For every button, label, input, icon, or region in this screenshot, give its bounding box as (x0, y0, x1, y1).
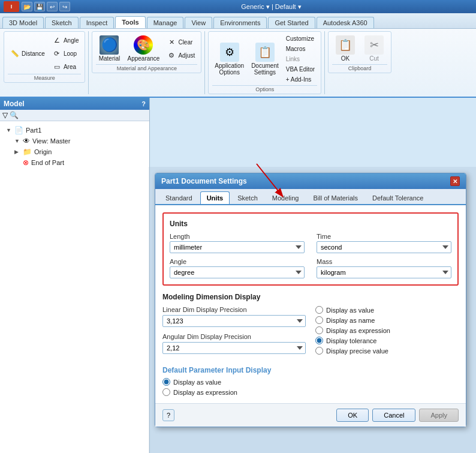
add-ins-button[interactable]: + Add-Ins (284, 75, 317, 84)
radio-param-expression[interactable]: Display as expression (162, 388, 459, 396)
cut-button[interactable]: ✂ Cut (361, 34, 387, 63)
dialog-footer: ? OK Cancel Apply (155, 403, 466, 427)
panel-help-icon[interactable]: ? (141, 100, 146, 107)
distance-button[interactable]: 📏 Distance (8, 47, 47, 59)
clear-icon: ✕ (167, 37, 176, 47)
dialog-tab-bar: Standard Units Sketch Modeling Bill of M… (155, 189, 466, 205)
main-area: Model ? ▽ 🔍 ▼ 📄 Part1 ▼ 👁 View: Master ▶ (0, 98, 476, 453)
tab-3dmodel[interactable]: 3D Model (2, 17, 44, 28)
precision-col: Linear Dim Display Precision 3,123 2,12 … (162, 306, 306, 360)
radio-display-value[interactable]: Display as value (315, 306, 459, 314)
dialog-overlay: Part1 Document Settings ✕ Standard Units… (149, 167, 476, 453)
document-settings-dialog: Part1 Document Settings ✕ Standard Units… (155, 173, 466, 427)
adjust-button[interactable]: ⚙ Adjust (164, 49, 197, 61)
dialog-tab-units[interactable]: Units (200, 191, 230, 204)
tree-item-view-master[interactable]: ▼ 👁 View: Master (12, 136, 146, 146)
tab-a360[interactable]: Autodesk A360 (317, 17, 374, 28)
ribbon-content: 📏 Distance ∠ Angle ⟳ Loop ▭ Area Measure (0, 29, 476, 98)
default-param-title: Default Parameter Input Display (162, 366, 459, 374)
dialog-title-bar: Part1 Document Settings ✕ (155, 173, 466, 189)
links-button[interactable]: Links (284, 55, 317, 64)
mass-select[interactable]: kilogram gram pound ounce (317, 266, 451, 278)
tree-item-part1[interactable]: ▼ 📄 Part1 (4, 125, 146, 136)
time-label: Time (317, 233, 451, 240)
tree-label-part1: Part1 (26, 127, 41, 134)
angle-button[interactable]: ∠ Angle (50, 34, 82, 46)
tab-manage[interactable]: Manage (147, 17, 184, 28)
tab-view[interactable]: View (185, 17, 212, 28)
radio-display-precise[interactable]: Display precise value (315, 347, 459, 355)
dialog-tab-standard[interactable]: Standard (159, 191, 199, 204)
footer-buttons: OK Cancel Apply (336, 409, 459, 422)
apply-button[interactable]: Apply (419, 409, 459, 422)
angular-precision-select[interactable]: 2,12 1,1 3,123 0 (162, 342, 306, 354)
qa-redo[interactable]: ↪ (59, 2, 70, 11)
tab-sketch[interactable]: Sketch (45, 17, 79, 28)
filter-icon[interactable]: ▽ (2, 111, 8, 119)
doc-settings-icon: 📋 (255, 43, 275, 62)
search-icon[interactable]: 🔍 (10, 111, 19, 119)
material-button[interactable]: 🔵 Material (96, 34, 122, 63)
dialog-tab-sketch[interactable]: Sketch (231, 191, 264, 204)
customize-button[interactable]: Customize (284, 34, 317, 43)
app-logo: I (4, 1, 19, 12)
linear-precision-select[interactable]: 3,123 2,12 1,1 0 (162, 315, 306, 327)
dialog-close-button[interactable]: ✕ (450, 176, 460, 186)
doc-settings-button[interactable]: 📋 DocumentSettings (249, 41, 281, 77)
cancel-button[interactable]: Cancel (372, 409, 415, 422)
qa-open[interactable]: 📂 (22, 2, 32, 11)
app-options-icon: ⚙ (220, 43, 239, 62)
tab-tools[interactable]: Tools (115, 16, 146, 28)
model-panel: Model ? ▽ 🔍 ▼ 📄 Part1 ▼ 👁 View: Master ▶ (0, 98, 150, 453)
tab-environments[interactable]: Environments (213, 17, 267, 28)
time-field: Time second minute hour (317, 233, 451, 253)
copy-button[interactable]: 📋 OK (332, 34, 358, 63)
tree-subtree: ▼ 👁 View: Master ▶ 📁 Origin ⊗ End of Par… (12, 136, 146, 168)
material-icon: 🔵 (100, 35, 119, 55)
app-options-button[interactable]: ⚙ ApplicationOptions (212, 41, 246, 77)
ribbon-group-measure: 📏 Distance ∠ Angle ⟳ Loop ▭ Area Measure (4, 31, 85, 83)
radio-display-tolerance[interactable]: Display tolerance (315, 337, 459, 344)
param-radio-group: Display as value Display as expression (162, 378, 459, 396)
clear-button[interactable]: ✕ Clear (164, 36, 197, 48)
length-field: Length millimeter centimeter meter inch … (170, 233, 305, 253)
ok-button[interactable]: OK (336, 409, 369, 422)
loop-button[interactable]: ⟳ Loop (50, 47, 82, 59)
ribbon-group-options: ⚙ ApplicationOptions 📋 DocumentSettings … (208, 31, 321, 94)
tree-item-origin[interactable]: ▶ 📁 Origin (12, 146, 146, 157)
radio-display-name[interactable]: Display as name (315, 316, 459, 324)
linear-label: Linear Dim Display Precision (162, 306, 306, 313)
tree-item-end-of-part[interactable]: ⊗ End of Part (12, 157, 146, 168)
display-options-col: Display as value Display as name Display… (315, 306, 459, 360)
length-select[interactable]: millimeter centimeter meter inch foot (170, 241, 305, 253)
appearance-button[interactable]: 🎨 Appearance (125, 34, 162, 63)
dialog-tab-bom[interactable]: Bill of Materials (306, 191, 364, 204)
display-precise-label: Display precise value (326, 347, 388, 355)
measure-buttons: 📏 Distance ∠ Angle ⟳ Loop ▭ Area (8, 34, 81, 73)
loop-icon: ⟳ (52, 49, 62, 58)
appearance-icon: 🎨 (134, 35, 153, 55)
macros-button[interactable]: Macros (284, 44, 317, 53)
help-button[interactable]: ? (162, 409, 174, 421)
clipboard-label: Clipboard (332, 64, 387, 71)
radio-display-expression[interactable]: Display as expression (315, 326, 459, 334)
time-select[interactable]: second minute hour (317, 241, 451, 253)
mass-field: Mass kilogram gram pound ounce (317, 258, 451, 278)
vba-editor-button[interactable]: VBA Editor (284, 65, 317, 74)
tab-get-started[interactable]: Get Started (268, 17, 315, 28)
panel-title: Model (4, 100, 25, 108)
title-bar-left: I 📂 💾 ↩ ↪ (4, 1, 70, 12)
radio-param-value[interactable]: Display as value (162, 378, 459, 386)
qa-undo[interactable]: ↩ (47, 2, 58, 11)
angle-select[interactable]: degree radian grad (170, 266, 305, 278)
window-title: Generic ▾ | Default ▾ (70, 3, 472, 11)
tab-inspect[interactable]: Inspect (80, 17, 114, 28)
dialog-tab-tolerance[interactable]: Default Tolerance (366, 191, 430, 204)
angle-icon: ∠ (52, 35, 62, 45)
copy-icon: 📋 (336, 35, 355, 55)
display-name-label: Display as name (326, 317, 375, 324)
dialog-tab-modeling[interactable]: Modeling (266, 191, 306, 204)
qa-save[interactable]: 💾 (34, 2, 45, 11)
area-button[interactable]: ▭ Area (50, 61, 82, 73)
measure-label: Measure (8, 74, 81, 81)
